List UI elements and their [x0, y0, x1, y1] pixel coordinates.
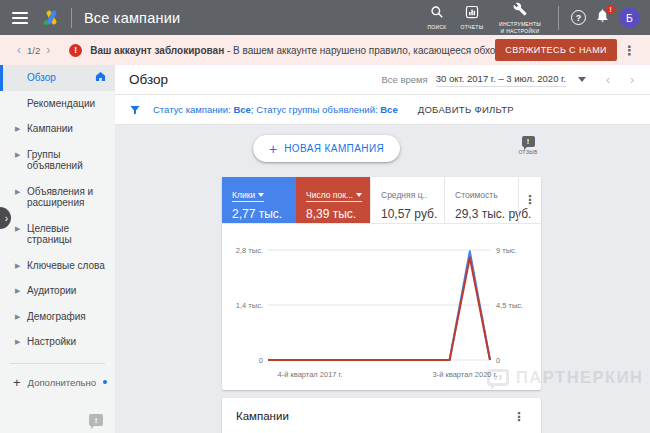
sidebar-item-demographics[interactable]: ▶Демография [0, 304, 115, 330]
metric-clicks[interactable]: Клики 2,77 тыс. [222, 177, 296, 223]
expand-chevron-icon: ▶ [15, 186, 20, 198]
impressions-line [268, 258, 490, 361]
overview-chart: 2,8 тыс. 1,4 тыс. 0 9 тыс. 4,5 тыс. 0 4-… [222, 224, 541, 389]
metric-impressions[interactable]: Число пок... 8,39 тыс. [296, 177, 370, 223]
campaigns-card-title: Кампании [236, 410, 289, 433]
chevron-down-icon [356, 193, 362, 197]
alert-pager: 1/2 [27, 45, 40, 56]
filter-funnel-icon [129, 104, 141, 116]
expand-chevron-icon: ▶ [15, 311, 20, 323]
sidebar-item-keywords[interactable]: ▶Ключевые слова [0, 253, 115, 279]
sidebar-item-landing-pages[interactable]: ▶Целевые страницы [0, 216, 115, 253]
sidebar-item-recommendations[interactable]: Рекомендации [0, 91, 115, 117]
expand-chevron-icon: ▶ [15, 149, 20, 161]
wrench-icon [513, 2, 527, 20]
sidebar-item-overview[interactable]: Обзор [0, 65, 115, 91]
metric-cards-row: Клики 2,77 тыс. Число пок... 8,39 тыс. С… [222, 177, 541, 224]
clicks-line [268, 251, 490, 360]
add-filter-button[interactable]: ДОБАВИТЬ ФИЛЬТР [418, 104, 514, 115]
notification-badge: ! [605, 4, 616, 15]
bar-chart-icon [465, 5, 479, 23]
contact-us-button[interactable]: СВЯЖИТЕСЬ С НАМИ [495, 39, 617, 61]
metric-cost[interactable]: Стоимость 29,3 тыс. руб. [444, 177, 518, 223]
home-icon [95, 71, 106, 85]
page-context-title: Все кампании [84, 10, 180, 26]
metric-avg-cpc[interactable]: Средняя ц.. 10,57 руб. [370, 177, 444, 223]
overview-stats-card: Клики 2,77 тыс. Число пок... 8,39 тыс. С… [222, 177, 541, 390]
left-axis-tick: 1,4 тыс. [236, 301, 263, 310]
google-ads-app: Все кампании ПОИСК ОТЧЕТЫ ИНСТРУМЕНТЫ И [0, 0, 650, 433]
menu-icon[interactable] [12, 12, 28, 24]
alert-overflow-menu-icon[interactable]: ⋮ [617, 43, 642, 58]
right-axis-tick: 9 тыс. [496, 246, 517, 255]
sidebar-item-more[interactable]: + Дополнительно [0, 368, 115, 397]
tools-settings-button[interactable]: ИНСТРУМЕНТЫ И НАСТРОЙКИ [494, 2, 546, 34]
x-axis-label: 4-й квартал 2017 г. [278, 370, 343, 379]
sidebar-item-audiences[interactable]: ▶Аудитории [0, 278, 115, 304]
feedback-bubble-icon[interactable]: ! [89, 414, 103, 426]
right-axis-tick: 4,5 тыс. [496, 301, 523, 310]
help-icon[interactable]: ? [571, 10, 586, 25]
expand-chevron-icon: ▶ [15, 285, 20, 297]
overview-content: + НОВАЯ КАМПАНИЯ ! ОТЗЫВ Клики 2,77 тыс. [115, 125, 650, 433]
search-icon [430, 5, 444, 23]
page-header: Обзор Все время 30 окт. 2017 г. – 3 июл.… [115, 65, 650, 95]
notifications-button[interactable]: ! [595, 8, 610, 27]
error-icon: ! [69, 44, 82, 57]
date-prev-icon[interactable]: ‹ [600, 73, 616, 87]
alert-prev-icon[interactable]: ‹ [12, 43, 26, 57]
google-ads-logo-icon[interactable] [42, 8, 61, 27]
chevron-down-icon [258, 193, 264, 197]
top-app-bar: Все кампании ПОИСК ОТЧЕТЫ ИНСТРУМЕНТЫ И [0, 0, 650, 35]
feedback-bubble-icon: ! [522, 136, 535, 147]
date-next-icon[interactable]: › [624, 73, 640, 87]
main-panel: Обзор Все время 30 окт. 2017 г. – 3 июл.… [115, 65, 650, 433]
active-filters[interactable]: Статус кампании: Все; Статус группы объя… [153, 104, 398, 115]
chevron-down-icon[interactable] [578, 77, 586, 82]
page-title: Обзор [129, 72, 168, 87]
plus-icon: + [269, 141, 277, 157]
expand-chevron-icon: ▶ [15, 223, 20, 235]
alert-message: Ваш аккаунт заблокирован - В вашем аккау… [90, 45, 495, 56]
stats-card-menu-icon[interactable]: ⋮ [518, 177, 541, 223]
right-axis-tick: 0 [496, 356, 500, 365]
account-avatar[interactable]: Б [619, 7, 640, 28]
account-suspended-alert: ‹ 1/2 › ! Ваш аккаунт заблокирован - В в… [0, 35, 650, 65]
feedback-button[interactable]: ! ОТЗЫВ [513, 136, 543, 155]
left-axis-tick: 2,8 тыс. [236, 246, 263, 255]
left-axis-tick: 0 [259, 356, 263, 365]
campaigns-card-menu-icon[interactable]: ⋮ [509, 410, 529, 433]
search-button[interactable]: ПОИСК [424, 5, 450, 30]
sidebar-item-ads-extensions[interactable]: ▶Объявления и расширения [0, 179, 115, 216]
campaigns-card: Кампании ⋮ [222, 398, 541, 433]
x-axis-label: 3-й квартал 2020 г. [433, 370, 498, 379]
date-range-selector[interactable]: 30 окт. 2017 г. – 3 июл. 2020 г. [436, 73, 566, 87]
alert-next-icon[interactable]: › [41, 43, 55, 57]
topbar-divider [71, 8, 72, 28]
sidebar-item-ad-groups[interactable]: ▶Группы объявлений [0, 142, 115, 179]
expand-chevron-icon: ▶ [15, 336, 20, 348]
plus-icon: + [13, 375, 21, 390]
filter-bar: Статус кампании: Все; Статус группы объя… [115, 95, 650, 125]
topbar-divider [558, 6, 559, 30]
new-campaign-button[interactable]: + НОВАЯ КАМПАНИЯ [253, 135, 400, 162]
navigation-sidebar: Обзор Рекомендации ▶Кампании ▶Группы объ… [0, 65, 115, 433]
sidebar-item-settings[interactable]: ▶Настройки [0, 329, 115, 355]
expand-chevron-icon: ▶ [15, 123, 20, 135]
topbar-actions: ПОИСК ОТЧЕТЫ ИНСТРУМЕНТЫ И НАСТРОЙКИ ? [424, 2, 640, 34]
sidebar-divider [10, 363, 105, 364]
reports-button[interactable]: ОТЧЕТЫ [459, 5, 485, 30]
expand-chevron-icon: ▶ [15, 260, 20, 272]
date-preset-label: Все время [381, 74, 427, 85]
sidebar-item-campaigns[interactable]: ▶Кампании [0, 116, 115, 142]
new-feature-dot [103, 380, 107, 384]
